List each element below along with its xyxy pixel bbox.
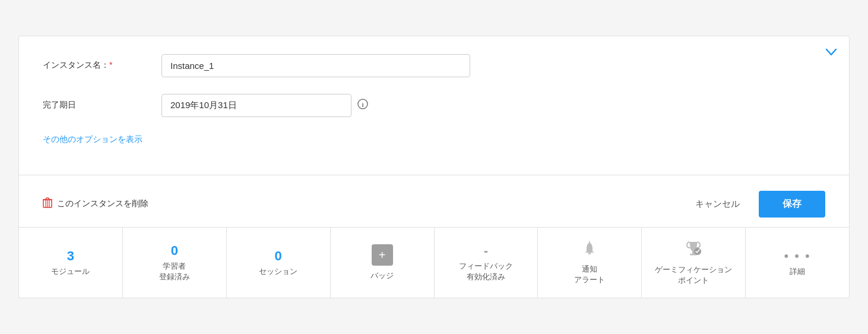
top-section: インスタンス名：* 完了期日 i その他のオプションを表示 — [19, 36, 849, 169]
date-row: 完了期日 i — [43, 94, 825, 117]
learners-count: 0 — [171, 243, 178, 259]
bell-icon — [581, 240, 598, 259]
notifications-label: 通知アラート — [574, 264, 605, 285]
stat-modules[interactable]: 3 モジュール — [19, 228, 123, 298]
dots-icon: • • • — [784, 248, 810, 264]
instance-name-row: インスタンス名：* — [43, 54, 825, 77]
badge-icon: + — [372, 244, 393, 266]
modules-count: 3 — [67, 248, 74, 264]
feedback-label: フィードバック有効化済み — [459, 261, 513, 282]
stat-learners[interactable]: 0 学習者登録済み — [123, 228, 227, 298]
action-buttons: キャンセル 保存 — [686, 191, 825, 218]
stats-bar: 3 モジュール 0 学習者登録済み 0 セッション + バッジ - フィードバッ… — [19, 227, 849, 298]
gamification-label: ゲーミフィケーションポイント — [655, 264, 732, 286]
save-button[interactable]: 保存 — [759, 191, 825, 218]
stat-gamification[interactable]: ゲーミフィケーションポイント — [642, 228, 746, 298]
feedback-icon: - — [484, 243, 488, 259]
learners-label: 学習者登録済み — [159, 261, 190, 282]
sessions-count: 0 — [275, 248, 282, 264]
badge-label: バッジ — [370, 270, 394, 281]
instance-card: インスタンス名：* 完了期日 i その他のオプションを表示 — [18, 36, 850, 298]
show-options-link[interactable]: その他のオプションを表示 — [43, 134, 142, 145]
trophy-icon — [685, 240, 702, 260]
instance-name-label: インスタンス名：* — [43, 60, 161, 71]
date-label: 完了期日 — [43, 100, 161, 111]
details-label: 詳細 — [790, 266, 805, 277]
date-info-icon[interactable]: i — [357, 99, 368, 112]
delete-instance-link[interactable]: このインスタンスを削除 — [43, 197, 148, 210]
cancel-button[interactable]: キャンセル — [686, 194, 749, 215]
date-input[interactable] — [161, 94, 351, 117]
sessions-label: セッション — [259, 266, 297, 277]
divider — [19, 175, 849, 175]
modules-label: モジュール — [51, 266, 90, 277]
collapse-button[interactable] — [825, 46, 837, 59]
svg-rect-7 — [588, 253, 591, 254]
trash-icon — [43, 197, 52, 210]
stat-sessions[interactable]: 0 セッション — [227, 228, 331, 298]
instance-name-input[interactable] — [161, 54, 470, 77]
svg-text:i: i — [362, 101, 363, 108]
stat-notifications[interactable]: 通知アラート — [538, 228, 642, 298]
action-bar: このインスタンスを削除 キャンセル 保存 — [19, 181, 849, 227]
stat-badge[interactable]: + バッジ — [331, 228, 435, 298]
stat-feedback[interactable]: - フィードバック有効化済み — [435, 228, 538, 298]
stat-details[interactable]: • • • 詳細 — [746, 228, 849, 298]
